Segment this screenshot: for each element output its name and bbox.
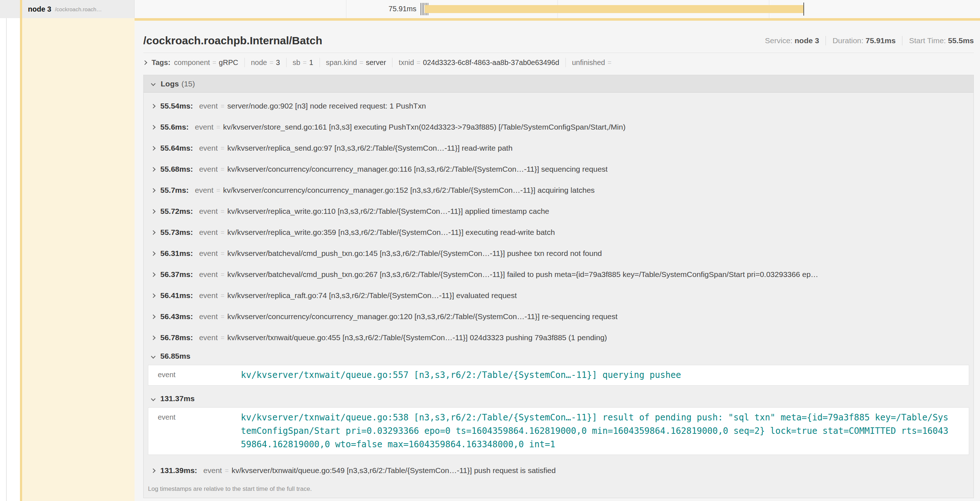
span-timeline-row[interactable]: node 3 /cockroach.roach… 75.91ms: [0, 0, 980, 18]
log-equals: =: [221, 166, 224, 173]
log-timestamp: 131.37ms: [160, 394, 195, 403]
chevron-right-icon[interactable]: [151, 335, 156, 340]
tag-unfinished: unfinished=: [572, 59, 614, 67]
chevron-down-icon[interactable]: [151, 396, 156, 401]
log-value: kv/kvserver/concurrency/concurrency_mana…: [228, 312, 618, 321]
chevron-right-icon[interactable]: [151, 272, 156, 277]
chevron-down-icon[interactable]: [151, 81, 156, 86]
span-operation-name: /cockroach.roach…: [55, 6, 102, 12]
log-row[interactable]: 56.43ms: event = kv/kvserver/concurrency…: [144, 306, 974, 327]
log-equals: =: [216, 187, 221, 194]
log-value-mono: kv/kvserver/txnwait/queue.go:557 [n3,s3,…: [241, 369, 950, 382]
log-field: event: [199, 228, 218, 237]
log-row[interactable]: 55.54ms: event = server/node.go:902 [n3]…: [144, 96, 974, 116]
chevron-right-icon[interactable]: [151, 167, 156, 172]
chevron-right-icon[interactable]: [151, 209, 156, 214]
log-equals: =: [221, 313, 224, 321]
chevron-right-icon[interactable]: [151, 104, 156, 108]
log-field: event: [199, 333, 218, 342]
log-row[interactable]: 55.68ms: event = kv/kvserver/concurrency…: [144, 159, 974, 180]
span-service-name: node 3: [28, 5, 51, 13]
log-equals: =: [221, 102, 224, 110]
log-field: event: [199, 312, 218, 321]
log-value: kv/kvserver/replica_write.go:110 [n3,s3,…: [228, 207, 549, 215]
log-equals: =: [221, 207, 224, 215]
log-detail-card: event kv/kvserver/txnwait/queue.go:538 […: [148, 407, 969, 455]
meta-service: Service: node 3: [765, 36, 819, 45]
tag-sb: sb=1: [293, 59, 313, 67]
tag-separator: [565, 58, 566, 67]
chevron-right-icon[interactable]: [151, 314, 156, 319]
log-row-expanded-header[interactable]: 56.85ms: [144, 348, 974, 364]
meta-separator: [826, 36, 826, 45]
log-field: event: [158, 369, 241, 382]
chevron-right-icon[interactable]: [151, 146, 156, 151]
log-field: event: [199, 249, 218, 258]
log-row[interactable]: 55.64ms: event = kv/kvserver/replica_sen…: [144, 137, 974, 159]
logs-accordion: Logs (15) 55.54ms: event = server/node.g…: [143, 75, 974, 498]
tag-separator: [245, 58, 245, 67]
log-row[interactable]: 131.39ms: event = kv/kvserver/txnwait/qu…: [144, 460, 974, 481]
log-row[interactable]: 56.41ms: event = kv/kvserver/replica_raf…: [144, 285, 974, 306]
chevron-right-icon[interactable]: [143, 60, 147, 65]
log-timestamp: 55.7ms:: [160, 186, 189, 195]
left-gutter-divider: [6, 0, 6, 501]
span-meta: Service: node 3 Duration: 75.91ms Start …: [765, 36, 974, 47]
log-value: kv/kvserver/concurrency/concurrency_mana…: [223, 186, 595, 195]
meta-duration: Duration: 75.91ms: [832, 36, 896, 45]
tag-separator: [320, 58, 320, 67]
log-row[interactable]: 55.6ms: event = kv/kvserver/store_send.g…: [144, 116, 974, 137]
log-equals: =: [221, 271, 224, 278]
log-value: server/node.go:902 [n3] node received re…: [228, 102, 426, 110]
log-row[interactable]: 55.7ms: event = kv/kvserver/concurrency/…: [144, 180, 974, 201]
log-value-mono: kv/kvserver/txnwait/queue.go:538 [n3,s3,…: [241, 411, 950, 451]
log-timestamp: 56.43ms:: [160, 312, 193, 321]
log-row[interactable]: 55.72ms: event = kv/kvserver/replica_wri…: [144, 201, 974, 222]
logs-title: Logs: [161, 80, 179, 88]
tags-accordion-header[interactable]: Tags: component=gRPC node=3 sb=1 span.ki…: [143, 53, 974, 72]
logs-count: (15): [181, 80, 195, 88]
log-row[interactable]: 56.78ms: event = kv/kvserver/txnwait/que…: [144, 327, 974, 348]
log-value: kv/kvserver/replica_raft.go:74 [n3,s3,r6…: [228, 291, 517, 300]
trace-span-detail-page: node 3 /cockroach.roach… 75.91ms /cockro…: [0, 0, 980, 501]
log-field: event: [199, 165, 218, 174]
chevron-down-icon[interactable]: [151, 354, 156, 359]
log-detail-card: event kv/kvserver/txnwait/queue.go:557 […: [148, 365, 969, 386]
logs-accordion-header[interactable]: Logs (15): [144, 75, 974, 93]
span-bar-end-marker: [803, 3, 804, 16]
log-field: event: [199, 270, 218, 279]
log-row-expanded-header[interactable]: 131.37ms: [144, 391, 974, 407]
selected-span-column-highlight: [22, 18, 135, 501]
log-equals: =: [225, 467, 229, 474]
log-row[interactable]: 56.31ms: event = kv/kvserver/batcheval/c…: [144, 243, 974, 264]
chevron-right-icon[interactable]: [151, 125, 156, 129]
span-timeline-track[interactable]: 75.91ms: [135, 0, 980, 18]
log-value: kv/kvserver/replica_send.go:97 [n3,s3,r6…: [228, 144, 512, 153]
log-field: event: [204, 466, 222, 475]
log-value: kv/kvserver/txnwait/queue.go:549 [n3,s3,…: [231, 466, 556, 475]
tag-separator: [286, 58, 286, 67]
chevron-right-icon[interactable]: [151, 188, 156, 193]
log-timestamp: 56.41ms:: [160, 291, 193, 300]
tag-separator: [392, 58, 393, 67]
log-field: event: [199, 144, 218, 153]
chevron-right-icon[interactable]: [151, 468, 156, 473]
log-timestamp: 55.72ms:: [160, 207, 193, 215]
log-row[interactable]: 55.73ms: event = kv/kvserver/replica_wri…: [144, 222, 974, 243]
span-duration-bar[interactable]: [425, 5, 804, 13]
log-row[interactable]: 56.37ms: event = kv/kvserver/batcheval/c…: [144, 264, 974, 285]
log-field: event: [199, 102, 218, 110]
log-field: event: [199, 207, 218, 215]
chevron-right-icon[interactable]: [151, 294, 156, 298]
log-value: kv/kvserver/batcheval/cmd_push_txn.go:26…: [228, 270, 818, 279]
chevron-right-icon[interactable]: [151, 230, 156, 235]
log-value: kv/kvserver/concurrency/concurrency_mana…: [228, 165, 608, 174]
log-timestamp: 56.85ms: [160, 352, 191, 361]
log-timestamp: 56.37ms:: [160, 270, 193, 279]
chevron-right-icon[interactable]: [151, 251, 156, 256]
meta-separator: [902, 36, 902, 45]
span-duration-label: 75.91ms: [360, 5, 416, 13]
span-detail-header: /cockroach.roachpb.Internal/Batch Servic…: [143, 29, 974, 47]
log-value: kv/kvserver/txnwait/queue.go:455 [n3,s3,…: [228, 333, 607, 342]
log-timestamp: 131.39ms:: [160, 466, 197, 475]
